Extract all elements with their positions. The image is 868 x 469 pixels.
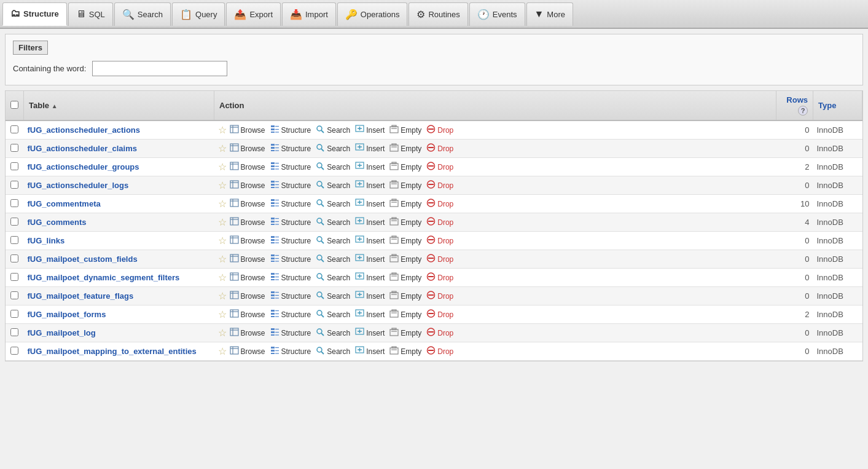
action-insert-button[interactable]: Insert — [353, 345, 386, 357]
nav-tab-search[interactable]: 🔍Search — [114, 2, 171, 26]
row-checkbox[interactable] — [10, 144, 18, 152]
action-browse-button[interactable]: Browse — [228, 216, 267, 228]
action-drop-button[interactable]: Drop — [424, 235, 455, 246]
action-search-button[interactable]: Search — [314, 143, 352, 154]
action-structure-button[interactable]: Structure — [268, 179, 313, 191]
action-search-button[interactable]: Search — [314, 345, 352, 357]
action-structure-button[interactable]: Structure — [268, 124, 313, 136]
table-name[interactable]: fUG_mailpoet_mapping_to_external_entitie… — [24, 342, 214, 361]
action-browse-button[interactable]: Browse — [228, 309, 267, 320]
action-insert-button[interactable]: Insert — [353, 161, 386, 173]
action-browse-button[interactable]: Browse — [228, 235, 267, 246]
action-structure-button[interactable]: Structure — [268, 327, 313, 339]
action-structure-button[interactable]: Structure — [268, 216, 313, 228]
action-empty-button[interactable]: Empty — [388, 290, 423, 302]
action-empty-button[interactable]: Empty — [388, 179, 423, 191]
action-search-button[interactable]: Search — [314, 216, 352, 228]
action-drop-button[interactable]: Drop — [424, 272, 455, 283]
action-empty-button[interactable]: Empty — [388, 143, 423, 154]
action-empty-button[interactable]: Empty — [388, 124, 423, 136]
action-drop-button[interactable]: Drop — [424, 290, 455, 302]
favorite-icon[interactable]: ☆ — [218, 198, 227, 210]
action-search-button[interactable]: Search — [314, 272, 352, 283]
action-drop-button[interactable]: Drop — [424, 124, 455, 136]
action-empty-button[interactable]: Empty — [388, 345, 423, 357]
action-drop-button[interactable]: Drop — [424, 198, 455, 210]
action-browse-button[interactable]: Browse — [228, 143, 267, 154]
table-name[interactable]: fUG_mailpoet_forms — [24, 305, 214, 324]
nav-tab-export[interactable]: 📤Export — [226, 2, 281, 26]
action-drop-button[interactable]: Drop — [424, 179, 455, 191]
favorite-icon[interactable]: ☆ — [218, 345, 227, 357]
action-structure-button[interactable]: Structure — [268, 345, 313, 357]
action-browse-button[interactable]: Browse — [228, 253, 267, 265]
action-insert-button[interactable]: Insert — [353, 198, 386, 210]
action-search-button[interactable]: Search — [314, 327, 352, 339]
action-empty-button[interactable]: Empty — [388, 309, 423, 320]
nav-tab-more[interactable]: ▼More — [526, 2, 573, 26]
row-checkbox[interactable] — [10, 328, 18, 336]
favorite-icon[interactable]: ☆ — [218, 253, 227, 265]
table-name[interactable]: fUG_mailpoet_custom_fields — [24, 250, 214, 269]
action-search-button[interactable]: Search — [314, 253, 352, 265]
action-insert-button[interactable]: Insert — [353, 290, 386, 302]
containing-input[interactable] — [92, 61, 227, 76]
action-browse-button[interactable]: Browse — [228, 179, 267, 191]
favorite-icon[interactable]: ☆ — [218, 143, 227, 154]
row-checkbox[interactable] — [10, 218, 18, 226]
favorite-icon[interactable]: ☆ — [218, 179, 227, 191]
nav-tab-operations[interactable]: 🔑Operations — [337, 2, 408, 26]
action-insert-button[interactable]: Insert — [353, 216, 386, 228]
row-checkbox[interactable] — [10, 199, 18, 207]
table-name[interactable]: fUG_links — [24, 232, 214, 250]
favorite-icon[interactable]: ☆ — [218, 124, 227, 136]
nav-tab-routines[interactable]: ⚙Routines — [409, 2, 467, 26]
favorite-icon[interactable]: ☆ — [218, 327, 227, 339]
action-empty-button[interactable]: Empty — [388, 327, 423, 339]
action-drop-button[interactable]: Drop — [424, 161, 455, 173]
favorite-icon[interactable]: ☆ — [218, 216, 227, 228]
action-browse-button[interactable]: Browse — [228, 290, 267, 302]
action-insert-button[interactable]: Insert — [353, 235, 386, 246]
action-insert-button[interactable]: Insert — [353, 327, 386, 339]
action-search-button[interactable]: Search — [314, 290, 352, 302]
action-empty-button[interactable]: Empty — [388, 161, 423, 173]
action-drop-button[interactable]: Drop — [424, 216, 455, 228]
action-browse-button[interactable]: Browse — [228, 345, 267, 357]
table-name[interactable]: fUG_mailpoet_dynamic_segment_filters — [24, 269, 214, 287]
row-checkbox[interactable] — [10, 236, 18, 244]
row-checkbox[interactable] — [10, 181, 18, 189]
nav-tab-sql[interactable]: 🖥SQL — [68, 2, 113, 26]
row-checkbox[interactable] — [10, 291, 18, 299]
action-search-button[interactable]: Search — [314, 161, 352, 173]
action-insert-button[interactable]: Insert — [353, 309, 386, 320]
nav-tab-query[interactable]: 📋Query — [172, 2, 225, 26]
table-name[interactable]: fUG_actionscheduler_claims — [24, 140, 214, 158]
action-browse-button[interactable]: Browse — [228, 124, 267, 136]
action-search-button[interactable]: Search — [314, 124, 352, 136]
table-name[interactable]: fUG_actionscheduler_actions — [24, 120, 214, 140]
action-insert-button[interactable]: Insert — [353, 253, 386, 265]
col-table-header[interactable]: Table ▲ — [24, 91, 214, 120]
favorite-icon[interactable]: ☆ — [218, 309, 227, 320]
action-structure-button[interactable]: Structure — [268, 272, 313, 283]
row-checkbox[interactable] — [10, 347, 18, 355]
favorite-icon[interactable]: ☆ — [218, 290, 227, 302]
action-insert-button[interactable]: Insert — [353, 179, 386, 191]
action-browse-button[interactable]: Browse — [228, 272, 267, 283]
table-name[interactable]: fUG_comments — [24, 213, 214, 232]
action-structure-button[interactable]: Structure — [268, 161, 313, 173]
action-drop-button[interactable]: Drop — [424, 309, 455, 320]
action-insert-button[interactable]: Insert — [353, 143, 386, 154]
action-drop-button[interactable]: Drop — [424, 143, 455, 154]
rows-help-icon[interactable]: ? — [798, 106, 808, 116]
action-drop-button[interactable]: Drop — [424, 253, 455, 265]
row-checkbox[interactable] — [10, 162, 18, 170]
action-structure-button[interactable]: Structure — [268, 253, 313, 265]
action-empty-button[interactable]: Empty — [388, 216, 423, 228]
action-browse-button[interactable]: Browse — [228, 198, 267, 210]
action-empty-button[interactable]: Empty — [388, 253, 423, 265]
action-search-button[interactable]: Search — [314, 179, 352, 191]
row-checkbox[interactable] — [10, 254, 18, 262]
table-name[interactable]: fUG_actionscheduler_logs — [24, 176, 214, 195]
